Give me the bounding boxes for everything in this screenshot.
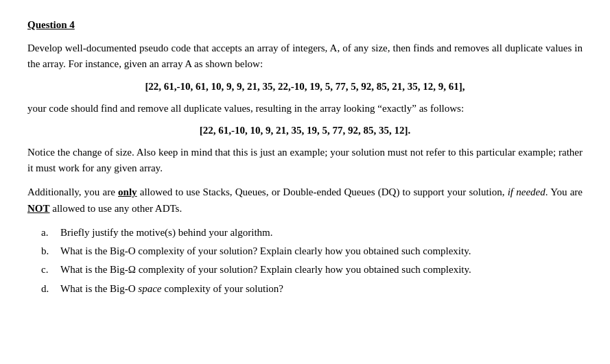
- notice-paragraph-1: Notice the change of size. Also keep in …: [27, 145, 583, 177]
- list-label-b: b.: [41, 243, 60, 259]
- question-list: a. Briefly justify the motive(s) behind …: [27, 225, 583, 297]
- list-content-b: What is the Big-O complexity of your sol…: [60, 243, 583, 259]
- notice-paragraph-2: Additionally, you are only allowed to us…: [27, 184, 583, 217]
- list-item-a: a. Briefly justify the motive(s) behind …: [41, 225, 583, 241]
- list-content-d: What is the Big-O space complexity of yo…: [60, 281, 583, 297]
- list-label-d: d.: [41, 281, 60, 297]
- notice-p2-italic: if needed: [508, 186, 546, 197]
- list-label-a: a.: [41, 225, 60, 241]
- result-intro: your code should find and remove all dup…: [27, 101, 583, 117]
- space-italic: space: [138, 283, 161, 294]
- list-content-a: Briefly justify the motive(s) behind you…: [60, 225, 583, 241]
- list-label-c: c.: [41, 262, 60, 278]
- notice-p2-not: NOT: [27, 203, 50, 214]
- notice-p2-part2: allowed to use Stacks, Queues, or Double…: [137, 186, 508, 197]
- list-content-c: What is the Big-Ω complexity of your sol…: [60, 262, 583, 278]
- intro-paragraph: Develop well-documented pseudo code that…: [27, 40, 583, 73]
- list-item-c: c. What is the Big-Ω complexity of your …: [41, 262, 583, 278]
- list-item-b: b. What is the Big-O complexity of your …: [41, 243, 583, 259]
- question-title: Question 4: [27, 19, 583, 31]
- notice-p2-part1: Additionally, you are: [27, 186, 118, 197]
- notice-p2-part4: allowed to use any other ADTs.: [50, 203, 183, 214]
- example-array-2: [22, 61,-10, 10, 9, 21, 35, 19, 5, 77, 9…: [27, 125, 583, 136]
- example-array-1: [22, 61,-10, 61, 10, 9, 9, 21, 35, 22,-1…: [27, 81, 583, 93]
- notice-p2-part3: . You are: [546, 186, 583, 197]
- list-item-d: d. What is the Big-O space complexity of…: [41, 281, 583, 297]
- notice-p2-bold: only: [118, 186, 137, 197]
